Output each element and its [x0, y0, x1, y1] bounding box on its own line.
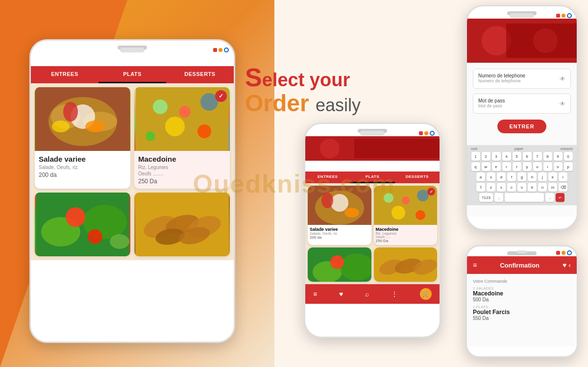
key-b[interactable]: b [528, 183, 537, 192]
food-card-center-greens[interactable] [308, 247, 371, 282]
order-name-macedoine: Macedoine [473, 290, 571, 297]
food-card-salade[interactable]: Salade variee Salade, Oeufs, riz. 200 da [35, 87, 130, 189]
key-s[interactable]: s [487, 172, 495, 181]
cart-badge[interactable]: 🛒 [420, 288, 432, 300]
tab-entrees[interactable]: ENTREES [31, 66, 98, 83]
key-o[interactable]: o [554, 162, 563, 171]
icon-dot-blue-login [567, 13, 572, 18]
key-2[interactable]: 2 [482, 152, 490, 161]
icon-sq-red-confirm [556, 251, 560, 255]
eye-icon-phone[interactable]: 👁 [560, 75, 565, 82]
key-m[interactable]: m [548, 183, 557, 192]
key-p[interactable]: p [564, 162, 573, 171]
icon-dot-orange-login [562, 14, 565, 18]
food-center-price-macedoine: 250 Da [376, 239, 436, 243]
key-j[interactable]: j [538, 172, 547, 181]
watermark: Ouedkniss.com [193, 169, 395, 198]
food-card-center-macedoine-body: Macedoine Riz, LegumesOeufs ..... 250 Da [374, 225, 438, 245]
key-7[interactable]: 7 [533, 152, 542, 161]
keyboard: rock paper scissors 1 2 3 4 5 6 7 8 9 0 … [467, 145, 577, 205]
phone-field-label: Numero de telephone [478, 78, 525, 83]
menu-icon[interactable]: ≡ [313, 290, 317, 298]
key-c[interactable]: c [507, 183, 516, 192]
icon-sq-red-center [419, 131, 423, 135]
bottom-nav-center[interactable]: ≡ ♥ ⌕ ⋮ 🛒 [305, 284, 440, 304]
headline-select: S [245, 63, 262, 92]
key-e[interactable]: e [492, 162, 501, 171]
key-q[interactable]: q [471, 162, 480, 171]
key-space[interactable] [505, 193, 544, 202]
order-price-macedoine: 500 Da [473, 297, 571, 302]
key-l[interactable]: l [559, 172, 567, 181]
svg-point-20 [88, 229, 102, 244]
food-card-rolls[interactable] [134, 193, 230, 256]
tab-bar-main[interactable]: ENTREES PLATS DESSERTS [31, 66, 234, 83]
phone-confirm-screen: ≡ Confirmation ♥ ‹ Votre Commande 2 SALA… [467, 256, 577, 346]
key-t[interactable]: t [513, 162, 521, 171]
heart-icon[interactable]: ♥ [339, 290, 343, 298]
check-badge-center-macedoine: ✓ [427, 188, 435, 196]
login-button[interactable]: ENTRER [497, 120, 546, 133]
food-card-center-rolls[interactable] [374, 247, 438, 282]
svg-point-21 [110, 234, 129, 249]
tab-desserts[interactable]: DESSERTS [166, 66, 234, 83]
key-enter[interactable]: ↵ [556, 193, 564, 202]
key-h[interactable]: h [528, 172, 537, 181]
key-dash[interactable]: - [545, 193, 554, 202]
key-f[interactable]: f [507, 172, 516, 181]
tab-center-desserts[interactable]: DESSERTS [395, 171, 440, 183]
back-icon-confirm[interactable]: ‹ [568, 261, 571, 269]
key-k[interactable]: k [548, 172, 557, 181]
key-v[interactable]: v [517, 183, 526, 192]
search-icon[interactable]: ⌕ [365, 290, 369, 298]
key-8[interactable]: 8 [543, 152, 552, 161]
password-field[interactable]: Mot de pass Mot de pass 👁 [473, 94, 571, 114]
phone-confirm-top-icons [556, 250, 572, 255]
svg-point-13 [165, 117, 185, 136]
tab-plats[interactable]: PLATS [98, 66, 166, 83]
password-field-wrapper: Mot de pass Mot de pass 👁 [473, 94, 571, 114]
svg-point-6 [85, 121, 105, 132]
key-0[interactable]: 0 [564, 152, 573, 161]
password-field-label: Mot de pass [478, 103, 505, 108]
keyboard-label-scissors: scissors [561, 147, 573, 150]
password-field-value: Mot de pass [478, 98, 505, 103]
key-4[interactable]: 4 [502, 152, 511, 161]
food-image-salade [35, 87, 130, 151]
headline-select-rest: elect your [262, 70, 350, 90]
phone-number-field[interactable]: Numero de telephone Numero de telephone … [473, 69, 571, 89]
icon-dot-blue-center [430, 131, 435, 136]
key-d[interactable]: d [497, 172, 506, 181]
key-n[interactable]: n [538, 183, 547, 192]
menu-icon-confirm[interactable]: ≡ [473, 261, 477, 269]
food-card-body-salade: Salade variee Salade, Oeufs, riz. 200 da [35, 151, 130, 182]
key-w[interactable]: w [482, 162, 490, 171]
food-card-green-salad[interactable] [35, 193, 130, 256]
key-u[interactable]: u [533, 162, 542, 171]
key-123[interactable]: ?123 [479, 193, 493, 202]
order-cat-macedoine: 2 SALADES [473, 287, 571, 290]
key-6[interactable]: 6 [523, 152, 532, 161]
key-a[interactable]: a [476, 172, 485, 181]
status-bar-main [31, 55, 234, 66]
key-z[interactable]: z [487, 183, 495, 192]
key-r[interactable]: r [502, 162, 511, 171]
eye-icon-password[interactable]: 👁 [560, 100, 565, 107]
key-3[interactable]: 3 [492, 152, 501, 161]
key-9[interactable]: 9 [554, 152, 563, 161]
key-comma[interactable]: , [494, 193, 503, 202]
heart-icon-confirm[interactable]: ♥ [563, 261, 566, 269]
phone-camera-center [360, 131, 385, 136]
key-shift[interactable]: ⇧ [476, 183, 485, 192]
key-i[interactable]: i [543, 162, 552, 171]
key-1[interactable]: 1 [471, 152, 480, 161]
key-x[interactable]: x [497, 183, 506, 192]
key-backspace[interactable]: ⌫ [559, 183, 567, 192]
food-center-name-macedoine: Macedoine [376, 227, 436, 232]
more-icon[interactable]: ⋮ [391, 290, 398, 298]
phone-field-value: Numero de telephone [478, 73, 525, 78]
key-5[interactable]: 5 [513, 152, 521, 161]
key-g[interactable]: g [517, 172, 526, 181]
order-item-poulet: 1 PLATS Poulet Farcis 550 Da [473, 305, 571, 321]
key-y[interactable]: y [523, 162, 532, 171]
